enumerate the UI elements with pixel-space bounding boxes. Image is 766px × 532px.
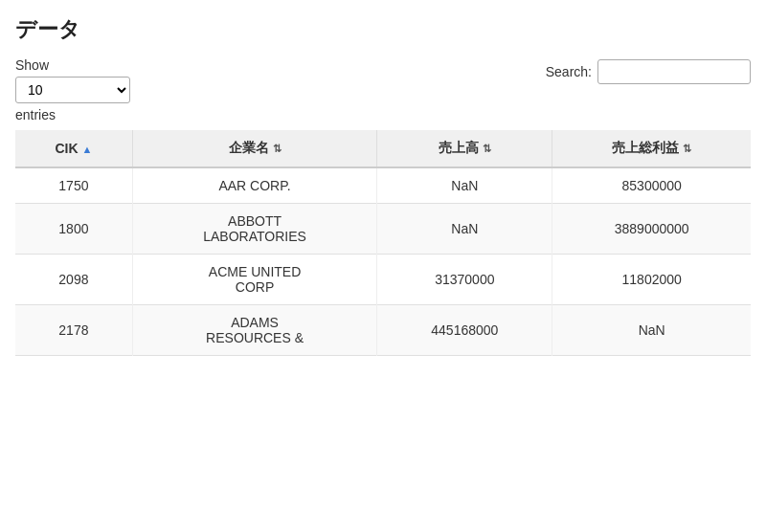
cell-gross: 11802000 (552, 255, 751, 305)
data-table: CIK ▲企業名 ⇅売上高 ⇅売上総利益 ⇅ 1750AAR CORP.NaN8… (15, 130, 751, 356)
cell-sales: 445168000 (377, 305, 552, 356)
cell-sales: 31370000 (377, 255, 552, 305)
sort-icon-sales: ⇅ (483, 143, 491, 155)
cell-company: ACME UNITEDCORP (132, 255, 376, 305)
cell-company: ABBOTTLABORATORIES (132, 204, 376, 255)
table-row: 2178ADAMSRESOURCES &445168000NaN (15, 305, 751, 356)
page-title: データ (15, 15, 751, 44)
show-select[interactable]: 102550100 (15, 77, 130, 103)
cell-cik: 2098 (15, 255, 132, 305)
show-label: Show (15, 57, 130, 73)
cell-sales: NaN (377, 167, 552, 204)
col-label-cik: CIK (55, 141, 78, 156)
cell-gross: NaN (552, 305, 751, 356)
cell-cik: 1750 (15, 167, 132, 204)
cell-gross: 3889000000 (552, 204, 751, 255)
col-header-cik[interactable]: CIK ▲ (15, 130, 132, 167)
search-input[interactable] (597, 59, 751, 84)
col-header-gross[interactable]: 売上総利益 ⇅ (552, 130, 751, 167)
cell-cik: 2178 (15, 305, 132, 356)
cell-gross: 85300000 (552, 167, 751, 204)
table-row: 1750AAR CORP.NaN85300000 (15, 167, 751, 204)
cell-sales: NaN (377, 204, 552, 255)
sort-icon-cik: ▲ (82, 144, 93, 155)
cell-company: AAR CORP. (132, 167, 376, 204)
cell-company: ADAMSRESOURCES & (132, 305, 376, 356)
col-label-gross: 売上総利益 (612, 140, 679, 155)
table-row: 2098ACME UNITEDCORP3137000011802000 (15, 255, 751, 305)
sort-icon-company: ⇅ (273, 143, 282, 155)
table-row: 1800ABBOTTLABORATORIESNaN3889000000 (15, 204, 751, 255)
col-header-company[interactable]: 企業名 ⇅ (132, 130, 376, 167)
entries-label: entries (15, 107, 751, 122)
col-label-company: 企業名 (229, 140, 269, 155)
search-label: Search: (546, 64, 592, 79)
sort-icon-gross: ⇅ (683, 143, 691, 155)
col-header-sales[interactable]: 売上高 ⇅ (377, 130, 552, 167)
cell-cik: 1800 (15, 204, 132, 255)
col-label-sales: 売上高 (439, 140, 479, 155)
